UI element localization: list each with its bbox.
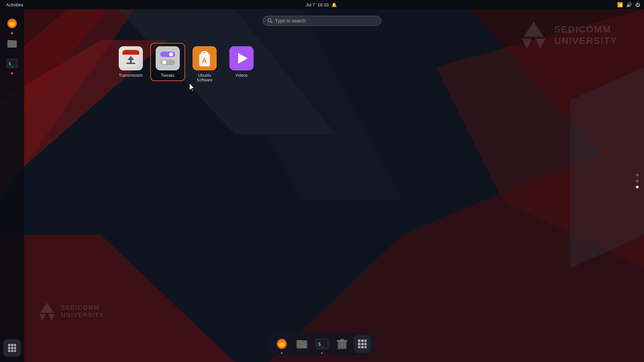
svg-rect-73 [361, 346, 364, 348]
sidebar: $_ [0, 9, 24, 362]
app-item-tweaks[interactable]: Tweaks [151, 44, 184, 80]
svg-rect-23 [14, 344, 16, 346]
dock-item-firefox[interactable] [273, 335, 290, 353]
topbar-left: Activities [4, 2, 25, 8]
svg-marker-47 [535, 39, 545, 49]
svg-marker-48 [40, 303, 54, 313]
ubuntu-software-icon: A [193, 46, 217, 70]
logo-line1-topright: SEDICOMM [554, 24, 617, 35]
svg-point-38 [169, 52, 173, 56]
bell-icon[interactable]: 🔔 [331, 2, 337, 7]
time-label: 16:33 [318, 2, 329, 7]
svg-rect-70 [361, 343, 364, 346]
dock-files-icon [295, 337, 309, 351]
volume-icon[interactable]: 🔊 [626, 2, 632, 7]
logo-bottomleft: SEDICOMM UNIVERSITY [37, 302, 104, 322]
svg-rect-56 [297, 341, 307, 348]
dock-trash-icon [335, 337, 349, 351]
svg-rect-28 [11, 350, 13, 352]
dock-apps-icon [358, 339, 367, 349]
dock-item-trash[interactable] [333, 335, 351, 353]
topbar-center: Jul 7 16:33 🔔 [306, 2, 337, 7]
svg-rect-17 [7, 41, 17, 48]
logo-line2-bottomleft: UNIVERSITY [61, 312, 104, 319]
bottom-dock: $_ [269, 333, 375, 355]
logo-line1-bottomleft: SEDICOMM [61, 304, 104, 312]
videos-icon [229, 46, 254, 70]
desktop: Activities Jul 7 16:33 🔔 📶 🔊 ⏻ [0, 0, 644, 362]
dock-terminal-icon: $_ [315, 337, 329, 351]
svg-rect-35 [126, 63, 135, 64]
activities-button[interactable]: Activities [4, 2, 25, 8]
sidebar-item-firefox[interactable] [3, 15, 21, 32]
dock-item-terminal[interactable]: $_ [313, 335, 331, 353]
svg-rect-71 [364, 343, 366, 346]
sidebar-item-apps[interactable] [3, 339, 21, 357]
page-dots [636, 174, 639, 188]
search-bar[interactable] [263, 16, 381, 26]
svg-point-40 [162, 60, 166, 64]
files-icon [6, 38, 18, 50]
svg-marker-8 [570, 67, 644, 268]
tweaks-icon [156, 46, 180, 70]
terminal-icon: $_ [6, 58, 18, 70]
svg-marker-7 [268, 134, 644, 362]
svg-rect-34 [130, 60, 132, 63]
app-item-videos[interactable]: Videos [225, 44, 258, 80]
topbar: Activities Jul 7 16:33 🔔 📶 🔊 ⏻ [0, 0, 644, 9]
svg-rect-74 [364, 346, 366, 348]
logo-line2-topright: UNIVERSITY [554, 35, 617, 47]
svg-rect-68 [364, 340, 366, 342]
dock-terminal-dot [321, 352, 323, 354]
svg-rect-62 [340, 339, 344, 341]
svg-marker-49 [39, 314, 46, 321]
power-icon[interactable]: ⏻ [635, 2, 640, 7]
search-input[interactable] [275, 18, 376, 23]
logo-text-bottomleft: SEDICOMM UNIVERSITY [61, 304, 104, 319]
svg-rect-66 [358, 340, 361, 342]
svg-text:$_: $_ [8, 61, 14, 67]
tweaks-label: Tweaks [161, 73, 175, 78]
svg-rect-69 [358, 343, 361, 346]
svg-rect-29 [14, 350, 16, 352]
dock-firefox-dot [281, 352, 283, 354]
terminal-active-dot [11, 72, 13, 74]
transmission-icon [119, 46, 143, 70]
svg-rect-27 [8, 350, 10, 352]
logo-triangles-bottomleft [37, 302, 57, 322]
topbar-right: 📶 🔊 ⏻ [617, 2, 640, 7]
sidebar-item-files[interactable] [3, 35, 21, 52]
svg-rect-21 [8, 344, 10, 346]
svg-marker-9 [201, 9, 402, 201]
page-dot-1[interactable] [636, 174, 639, 176]
svg-text:A: A [202, 57, 207, 64]
app-item-transmission[interactable]: Transmission [114, 44, 148, 80]
svg-rect-24 [8, 347, 10, 349]
logo-topright: SEDICOMM UNIVERSITY [519, 20, 617, 50]
svg-rect-72 [358, 346, 361, 348]
sidebar-item-terminal[interactable]: $_ [3, 55, 21, 72]
logo-text-topright: SEDICOMM UNIVERSITY [554, 24, 617, 46]
svg-marker-46 [522, 39, 532, 49]
dock-item-files[interactable] [293, 335, 311, 353]
ubuntu-software-label: Ubuntu Software [191, 73, 219, 82]
videos-label: Videos [235, 73, 248, 78]
app-item-ubuntu-software[interactable]: A Ubuntu Software [188, 44, 221, 85]
svg-rect-32 [122, 52, 139, 55]
app-grid: Transmission Tweaks [114, 44, 258, 85]
network-icon[interactable]: 📶 [617, 2, 623, 7]
firefox-icon [6, 17, 18, 30]
dock-item-apps[interactable] [354, 335, 371, 353]
transmission-label: Transmission [119, 73, 143, 78]
dock-firefox-icon [275, 337, 288, 351]
svg-line-11 [271, 21, 272, 23]
svg-rect-36 [156, 46, 180, 70]
page-dot-2[interactable] [636, 180, 639, 182]
svg-rect-25 [11, 347, 13, 349]
apps-grid-icon [8, 344, 16, 352]
page-dot-3[interactable] [636, 186, 639, 188]
svg-rect-22 [11, 344, 13, 346]
svg-text:$_: $_ [318, 341, 324, 347]
svg-marker-3 [0, 235, 235, 362]
svg-rect-26 [14, 347, 16, 349]
